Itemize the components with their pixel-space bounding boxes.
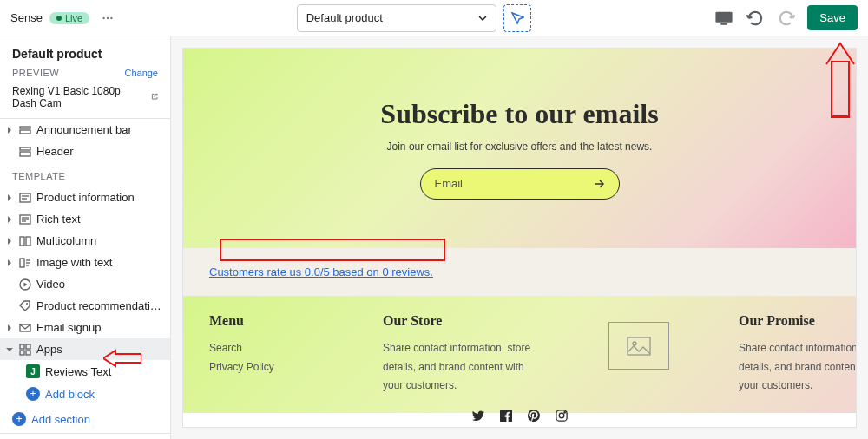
sidebar-item-label: Email signup bbox=[36, 321, 165, 334]
menu-title: Menu bbox=[209, 313, 331, 329]
desktop-view-icon[interactable] bbox=[713, 8, 734, 29]
sidebar-item-label: Video bbox=[36, 278, 165, 291]
product-select[interactable]: Default product bbox=[297, 4, 496, 32]
arrow-right-icon[interactable] bbox=[593, 178, 605, 190]
sidebar-subitem-reviews-text[interactable]: J Reviews Text bbox=[0, 360, 170, 383]
svg-rect-18 bbox=[20, 259, 24, 267]
sidebar-item-footer[interactable]: Footer bbox=[0, 434, 170, 439]
hero-section: Subscribe to our emails Join our email l… bbox=[183, 49, 856, 248]
section-icon bbox=[19, 124, 31, 136]
svg-point-32 bbox=[633, 342, 636, 345]
preview-canvas[interactable]: Subscribe to our emails Join our email l… bbox=[183, 49, 856, 427]
sidebar-title: Default product bbox=[0, 36, 170, 68]
svg-rect-26 bbox=[26, 344, 30, 349]
sidebar-item-label: Header bbox=[36, 145, 165, 158]
apps-icon bbox=[19, 344, 31, 356]
section-icon bbox=[19, 146, 31, 158]
svg-point-1 bbox=[107, 16, 108, 18]
product-select-label: Default product bbox=[306, 11, 383, 24]
reviews-section: Customers rate us 0.0/5 based on 0 revie… bbox=[183, 248, 856, 296]
sidebar-item-label: Multicolumn bbox=[36, 234, 165, 247]
add-block-button[interactable]: + Add block bbox=[0, 383, 170, 405]
sidebar-item-product-information[interactable]: Product information bbox=[0, 187, 170, 208]
svg-point-35 bbox=[563, 412, 564, 413]
store-text: Share contact information, store details… bbox=[383, 339, 539, 396]
more-icon[interactable] bbox=[102, 12, 114, 24]
svg-rect-8 bbox=[20, 152, 30, 156]
chevron-down-icon bbox=[478, 14, 487, 23]
chevron-right-icon bbox=[5, 259, 14, 267]
add-section-button[interactable]: + Add section bbox=[0, 405, 170, 433]
preview-area: Subscribe to our emails Join our email l… bbox=[171, 36, 868, 439]
brand-name: Sense bbox=[10, 11, 43, 24]
chevron-right-icon bbox=[5, 126, 14, 134]
svg-rect-5 bbox=[20, 127, 30, 128]
sidebar: Default product PREVIEW Change Rexing V1… bbox=[0, 36, 171, 439]
sidebar-item-rich-text[interactable]: Rich text bbox=[0, 208, 170, 230]
add-block-label: Add block bbox=[45, 388, 95, 401]
hero-subtitle: Join our email list for exclusive offers… bbox=[387, 141, 653, 153]
sidebar-item-video[interactable]: Video bbox=[0, 273, 170, 295]
svg-rect-3 bbox=[716, 11, 733, 22]
facebook-icon[interactable] bbox=[500, 410, 512, 422]
image-text-icon bbox=[19, 257, 31, 269]
promise-text: Share contact information, store details… bbox=[739, 339, 856, 396]
email-placeholder: Email bbox=[435, 177, 464, 190]
preview-label: PREVIEW bbox=[12, 68, 59, 78]
svg-rect-17 bbox=[26, 237, 30, 246]
svg-rect-6 bbox=[20, 130, 30, 134]
store-title: Our Store bbox=[383, 313, 539, 329]
svg-rect-27 bbox=[20, 351, 24, 355]
svg-rect-4 bbox=[721, 23, 727, 25]
svg-point-0 bbox=[103, 16, 105, 18]
inspector-button[interactable] bbox=[503, 4, 531, 32]
save-button[interactable]: Save bbox=[807, 5, 858, 30]
image-placeholder-icon bbox=[608, 322, 669, 370]
menu-link-search[interactable]: Search bbox=[209, 339, 331, 358]
social-icons bbox=[183, 410, 856, 422]
sidebar-item-announcement-bar[interactable]: Announcement bar bbox=[0, 119, 170, 141]
svg-point-23 bbox=[26, 303, 28, 305]
footer-section: Menu Search Privacy Policy Our Store Sha… bbox=[183, 296, 856, 413]
sidebar-item-apps[interactable]: Apps bbox=[0, 338, 170, 360]
text-icon bbox=[19, 213, 31, 226]
redo-icon bbox=[776, 8, 797, 29]
section-icon bbox=[19, 192, 31, 204]
sidebar-item-image-with-text[interactable]: Image with text bbox=[0, 252, 170, 273]
promise-title: Our Promise bbox=[739, 313, 856, 329]
sidebar-item-label: Apps bbox=[36, 343, 165, 356]
sidebar-item-label: Reviews Text bbox=[45, 365, 165, 378]
sidebar-item-email-signup[interactable]: Email signup bbox=[0, 317, 170, 338]
judge-icon: J bbox=[26, 364, 40, 378]
menu-link-privacy[interactable]: Privacy Policy bbox=[209, 358, 331, 377]
tag-icon bbox=[19, 300, 31, 312]
svg-rect-31 bbox=[628, 337, 650, 355]
preview-name[interactable]: Rexing V1 Basic 1080p Dash Cam bbox=[12, 85, 148, 109]
add-section-label: Add section bbox=[31, 413, 90, 426]
sidebar-item-header[interactable]: Header bbox=[0, 141, 170, 162]
email-icon bbox=[19, 322, 31, 334]
undo-icon[interactable] bbox=[745, 8, 766, 29]
svg-rect-16 bbox=[20, 237, 24, 246]
svg-rect-28 bbox=[26, 351, 30, 355]
template-label: TEMPLATE bbox=[0, 162, 170, 187]
external-link-icon[interactable] bbox=[151, 93, 158, 102]
change-link[interactable]: Change bbox=[124, 68, 158, 78]
svg-point-2 bbox=[110, 16, 112, 18]
video-icon bbox=[19, 278, 31, 291]
email-input[interactable]: Email bbox=[420, 168, 620, 200]
sidebar-item-label: Image with text bbox=[36, 256, 165, 269]
chevron-right-icon bbox=[5, 324, 14, 332]
sidebar-item-multicolumn[interactable]: Multicolumn bbox=[0, 230, 170, 252]
svg-rect-7 bbox=[20, 147, 30, 150]
instagram-icon[interactable] bbox=[556, 410, 568, 422]
sidebar-item-product-recommendations[interactable]: Product recommendations bbox=[0, 295, 170, 317]
sidebar-item-label: Rich text bbox=[36, 213, 165, 226]
sidebar-item-label: Announcement bar bbox=[36, 123, 165, 136]
svg-rect-9 bbox=[20, 193, 30, 202]
pinterest-icon[interactable] bbox=[528, 410, 540, 422]
columns-icon bbox=[19, 235, 31, 247]
twitter-icon[interactable] bbox=[472, 410, 484, 422]
reviews-link[interactable]: Customers rate us 0.0/5 based on 0 revie… bbox=[209, 265, 433, 278]
sidebar-item-label: Product information bbox=[36, 191, 165, 204]
